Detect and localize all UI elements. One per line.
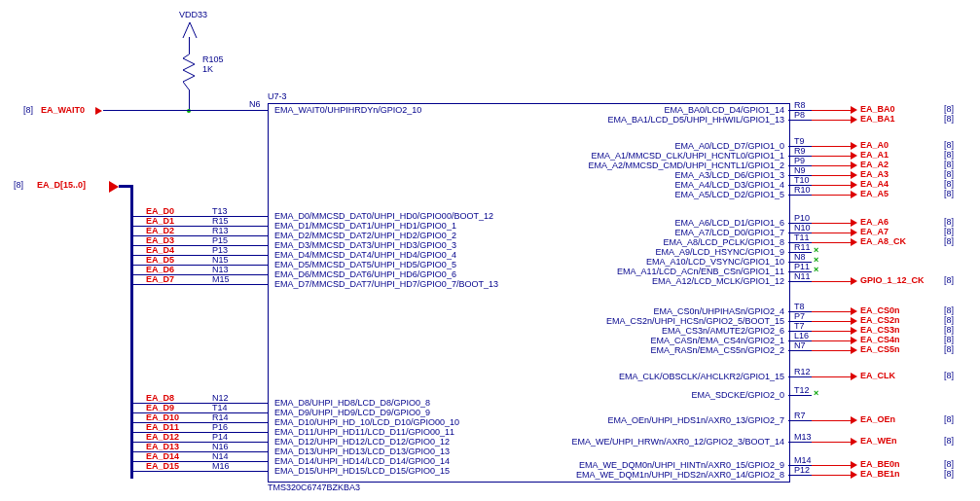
- pin-desc: EMA_D7/MMCSD_DAT7/UHPI_HD7/GPIO0_7/BOOT_…: [274, 279, 498, 289]
- pin: P11: [794, 262, 810, 271]
- wire: [788, 475, 812, 476]
- pin: M15: [212, 274, 230, 284]
- netport-icon: [851, 191, 857, 198]
- wire: [788, 350, 812, 351]
- pin: N11: [794, 271, 811, 281]
- pin-desc: EMA_D0/MMCSD_DAT0/UHPI_HD0/GPIO00/BOOT_1…: [274, 211, 493, 221]
- net-EA_D12: EA_D12: [146, 432, 179, 442]
- pin-desc: EMA_A7/LCD_D0/GPIO1_7: [674, 228, 784, 237]
- pin-desc: EMA_A10/LCD_VSYNC/GPIO1_10: [646, 257, 784, 267]
- net-EA_CS3n: EA_CS3n: [860, 325, 900, 335]
- net-EA_D4: EA_D4: [146, 245, 174, 255]
- pageref: [8]: [944, 459, 954, 469]
- pin: R7: [794, 411, 806, 420]
- wire: [788, 442, 812, 443]
- net-EA_D5: EA_D5: [146, 255, 174, 265]
- nc-icon: ×: [814, 245, 818, 255]
- wire: [812, 442, 851, 443]
- nc-icon: ×: [814, 265, 818, 274]
- wire: [812, 156, 851, 157]
- netport-icon: [851, 327, 857, 335]
- pin-desc: EMA_CS2n/UHPI_HCSn/GPIO2_5/BOOT_15: [606, 316, 784, 326]
- wire: [189, 37, 190, 54]
- pin: R13: [212, 226, 229, 235]
- net-EA_D14: EA_D14: [146, 451, 179, 461]
- pin: R12: [794, 367, 811, 376]
- pin: P15: [212, 235, 228, 245]
- pin: N7: [794, 340, 806, 350]
- pin: T9: [794, 136, 805, 146]
- wire: [812, 110, 851, 111]
- wire: [195, 255, 268, 256]
- pin-desc: EMA_A3/LCD_D6/GPIO1_3: [674, 170, 784, 180]
- wire: [788, 195, 812, 196]
- pin-desc: EMA_A2/MMCSD_CMD/UHPI_HCNTL1/GPIO1_2: [588, 161, 784, 170]
- pin: M16: [212, 461, 230, 471]
- net-EA_D15: EA_D15: [146, 461, 179, 471]
- wire: [788, 120, 812, 121]
- wire: [195, 471, 268, 472]
- pin-desc: EMA_D15/UHPI_HD15/LCD_D15/GPIO0_15: [274, 466, 450, 476]
- netport-icon: [851, 307, 857, 315]
- net-EA_BE0n: EA_BE0n: [860, 459, 900, 469]
- wire: [812, 465, 851, 466]
- wire: [812, 475, 851, 476]
- net-EA_D7: EA_D7: [146, 274, 174, 284]
- pin-desc: EMA_D14/UHPI_HD14/LCD_D14/GPIO0_14: [274, 456, 450, 466]
- wire: [195, 461, 268, 462]
- pageref: [8]: [944, 217, 954, 227]
- pin: T13: [212, 206, 228, 216]
- net-EA_CS2n: EA_CS2n: [860, 315, 900, 325]
- pin-desc: EMA_A9/LCD_HSYNC/GPIO1_9: [655, 247, 784, 257]
- pin: P16: [212, 422, 228, 432]
- pin: T8: [794, 302, 805, 311]
- pin-desc: EMA_BA0/LCD_D4/GPIO1_14: [664, 105, 784, 115]
- pin-desc: EMA_D12/UHPI_HD12/LCD_D12/GPIO0_12: [274, 437, 450, 447]
- netport-icon: [851, 161, 857, 169]
- wire: [195, 422, 268, 423]
- pin: P10: [794, 213, 810, 223]
- pin: P12: [794, 465, 810, 475]
- net-EA_CS4n: EA_CS4n: [860, 335, 900, 344]
- pin: T7: [794, 321, 805, 331]
- wire: [812, 350, 851, 351]
- resistor-icon: [183, 54, 195, 89]
- pageref: [8]: [944, 236, 954, 246]
- wire: [812, 321, 851, 322]
- pageref: [8]: [944, 414, 954, 424]
- net-EA_A4: EA_A4: [860, 179, 889, 189]
- net-EA_D1: EA_D1: [146, 216, 174, 226]
- pin-desc: EMA_D2/MMCSD_DAT2/UHPI_HD2/GPIO0_2: [274, 231, 456, 240]
- wire: [195, 216, 268, 217]
- wire: [812, 146, 851, 147]
- net-EA_A0: EA_A0: [860, 140, 889, 150]
- pin: N13: [212, 265, 229, 274]
- pin-desc: EMA_D13/UHPI_HD13/LCD_D13/GPIO0_13: [274, 447, 450, 456]
- pin: R10: [794, 185, 811, 195]
- pageref: [8]: [944, 189, 954, 198]
- pin: R15: [212, 216, 229, 226]
- netport-icon: [851, 416, 857, 424]
- pin: P13: [212, 245, 228, 255]
- netport-icon: [109, 181, 119, 193]
- net-EA_D3: EA_D3: [146, 235, 174, 245]
- pin: M13: [794, 432, 812, 442]
- wire: [132, 471, 195, 472]
- net-EA_BA1: EA_BA1: [860, 114, 895, 124]
- net-wait0: EA_WAIT0: [41, 105, 85, 115]
- wire: [103, 110, 268, 111]
- pageref: [8]: [944, 469, 954, 479]
- pageref: [8]: [944, 315, 954, 325]
- pageref: [8]: [944, 114, 954, 124]
- net-EA_A1: EA_A1: [860, 150, 889, 160]
- pageref: [8]: [23, 105, 33, 115]
- netport-icon: [851, 277, 857, 285]
- wire: [189, 89, 190, 111]
- pageref: [8]: [944, 325, 954, 335]
- net-EA_A2: EA_A2: [860, 160, 889, 169]
- netport-icon: [95, 107, 102, 115]
- pin: N9: [794, 165, 806, 175]
- pin-desc: EMA_WE_DQM1n/UHPI_HDS2n/AXR0_14/GPIO2_8: [576, 470, 784, 480]
- pin-desc: EMA_CLK/OBSCLK/AHCLKR2/GPIO1_15: [619, 372, 784, 381]
- pageref: [8]: [944, 227, 954, 236]
